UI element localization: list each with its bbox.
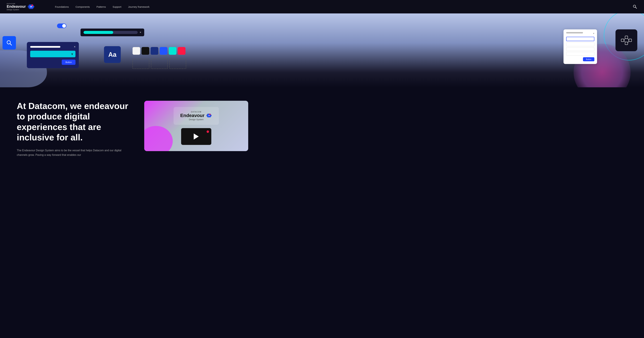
- svg-line-7: [10, 44, 12, 45]
- svg-line-13: [624, 40, 625, 42]
- dialog-white-input-2[interactable]: [566, 47, 594, 51]
- swatch-cyan: [169, 47, 176, 55]
- toggle-component[interactable]: [57, 24, 66, 28]
- dialog-white-close-button[interactable]: ×: [593, 32, 594, 35]
- preview-logo-icon: [206, 113, 212, 118]
- svg-line-15: [628, 40, 629, 43]
- typography-label: Aa: [108, 51, 116, 58]
- progress-close-button[interactable]: ×: [140, 31, 141, 34]
- dialog-dark-button[interactable]: Button: [62, 60, 76, 65]
- color-swatches-component: [132, 47, 186, 55]
- diagram-icon: [620, 35, 632, 45]
- nav-patterns[interactable]: Patterns: [96, 5, 106, 8]
- dashed-placeholder-components: [132, 59, 186, 69]
- search-icon[interactable]: [632, 4, 637, 9]
- dashed-box-3: [170, 59, 186, 69]
- svg-point-18: [209, 114, 211, 115]
- search-large-icon: [6, 40, 12, 46]
- swatch-red: [178, 47, 186, 55]
- product-name: Endeavour: [7, 5, 26, 9]
- preview-record-dot: [206, 130, 209, 133]
- body-text-area: At Datacom, we endeavour to produce digi…: [17, 101, 131, 157]
- swatch-blue: [160, 47, 167, 55]
- body-section: At Datacom, we endeavour to produce digi…: [0, 87, 644, 167]
- swatch-black: [142, 47, 149, 55]
- svg-rect-11: [629, 39, 632, 42]
- preview-card: DATACOM Endeavour Design System: [144, 101, 248, 151]
- diagram-icon-tile[interactable]: [616, 29, 637, 51]
- dialog-white-title: [566, 32, 583, 33]
- nav-support[interactable]: Support: [112, 5, 122, 8]
- nav-components[interactable]: Components: [76, 5, 90, 8]
- dialog-white-button[interactable]: Button: [583, 57, 594, 61]
- preview-subtitle: Design System: [180, 118, 212, 121]
- dialog-dark-select[interactable]: ∨: [30, 51, 76, 57]
- progress-fill: [84, 31, 113, 34]
- dialog-dark-header: ×: [30, 45, 76, 48]
- dialog-white-input-3[interactable]: [566, 52, 594, 56]
- toggle-thumb: [62, 24, 66, 28]
- navbar: DATACOM Endeavour Design System Foundati…: [0, 0, 644, 14]
- typography-component-tile[interactable]: Aa: [104, 46, 121, 63]
- svg-line-5: [636, 7, 637, 9]
- toggle-track[interactable]: [57, 24, 66, 28]
- preview-brand: DATACOM: [180, 111, 212, 113]
- body-paragraph: The Endeavour Design System aims to be t…: [17, 148, 131, 157]
- logo[interactable]: DATACOM Endeavour Design System: [7, 3, 35, 11]
- logo-icon: [28, 4, 35, 10]
- hero-components-area: × × ∨ Button Aa: [0, 14, 644, 87]
- product-subtitle: Design System: [7, 9, 26, 11]
- hero-section: × × ∨ Button Aa: [0, 14, 644, 87]
- dialog-white-header: ×: [566, 32, 594, 35]
- dialog-dark-component: × ∨ Button: [27, 42, 79, 68]
- svg-point-2: [31, 5, 33, 6]
- preview-blob: [144, 126, 173, 151]
- progress-bar-component: ×: [80, 29, 144, 36]
- svg-line-14: [628, 39, 629, 40]
- preview-logo-area: DATACOM Endeavour Design System: [174, 107, 219, 125]
- search-component-tile[interactable]: [2, 36, 16, 50]
- nav-foundations[interactable]: Foundations: [55, 5, 69, 8]
- select-chevron: ∨: [71, 52, 73, 56]
- preview-title: Endeavour: [180, 113, 212, 118]
- preview-video[interactable]: [181, 128, 211, 145]
- swatch-navy: [150, 47, 158, 55]
- svg-line-12: [624, 39, 625, 40]
- nav-journey-framework[interactable]: Journey framework: [128, 5, 150, 8]
- svg-rect-9: [625, 36, 628, 39]
- dashed-box-2: [151, 59, 168, 69]
- body-headline: At Datacom, we endeavour to produce digi…: [17, 101, 131, 143]
- dialog-dark-title: [30, 46, 60, 48]
- dialog-white-input-focused[interactable]: [566, 37, 594, 41]
- swatch-white: [132, 47, 140, 55]
- dialog-white-input-1[interactable]: [566, 43, 594, 46]
- dialog-white-component: × Button: [564, 29, 597, 64]
- nav-links: Foundations Components Patterns Support …: [48, 0, 632, 14]
- preview-play-icon: [194, 133, 199, 139]
- svg-rect-10: [625, 42, 628, 45]
- dialog-dark-close-button[interactable]: ×: [74, 45, 76, 48]
- dashed-box-1: [132, 59, 149, 69]
- svg-rect-8: [621, 39, 624, 42]
- progress-track: [84, 31, 138, 34]
